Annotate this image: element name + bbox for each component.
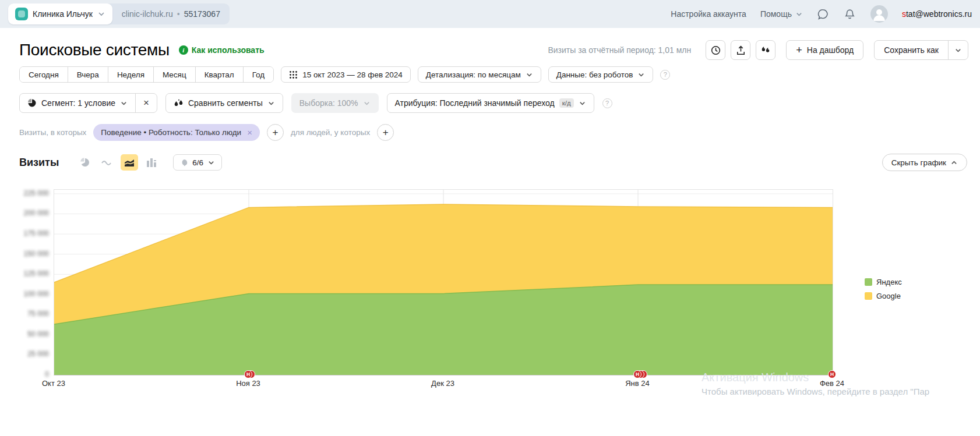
x-axis-label: Окт 23 [33,379,74,388]
note-marker[interactable]: Н [828,370,836,378]
period-tabs: Сегодня Вчера Неделя Месяц Квартал Год [19,66,274,83]
add-to-dashboard-button[interactable]: + На дашборд [786,40,863,60]
chevron-down-icon [637,71,645,79]
pie-segment-icon [27,98,37,108]
y-axis: 225 000200 000175 000150 000125 000100 0… [12,189,49,377]
segment-combo: Сегмент: 1 условие × [19,93,157,113]
attribution-select[interactable]: Атрибуция: Последний значимый переход к/… [387,93,594,113]
account-settings-link[interactable]: Настройка аккаунта [671,9,746,19]
chevron-down-icon [120,100,128,107]
chevron-down-icon [363,100,371,107]
chart-type-stacked-area-button[interactable] [121,154,138,171]
period-tab-quarter[interactable]: Квартал [195,67,243,82]
filter-chips-row: Визиты, в которых Поведение • Роботность… [19,124,394,141]
y-axis-label: 0 [45,370,49,378]
chevron-down-icon [97,10,105,18]
chevron-down-icon [579,100,586,107]
bell-icon[interactable] [844,8,856,20]
chevron-down-icon [267,100,275,107]
columns-chart-icon [146,158,157,167]
segment-row: Сегмент: 1 условие × Сравнить сегменты В… [19,93,612,113]
chart-labels-select[interactable]: 6/6 [173,154,222,171]
sampling-select[interactable]: Выборка: 100% [291,93,379,113]
note-markers-layer: ННН [54,370,837,380]
quotes-button[interactable] [756,40,775,60]
segment-select[interactable]: Сегмент: 1 условие [20,94,135,112]
robots-filter-chip[interactable]: Поведение • Роботность: Только люди × [93,124,260,141]
counter-domain-link[interactable]: clinic-ilchuk.ru [122,9,173,19]
legend-item[interactable]: Google [865,292,902,300]
period-tab-year[interactable]: Год [243,67,274,82]
counter-logo-icon [15,8,28,20]
chat-icon[interactable] [817,8,830,20]
period-tab-today[interactable]: Сегодня [20,67,68,82]
y-axis-label: 200 000 [24,209,49,217]
detail-select[interactable]: Детализация: по месяцам [418,66,541,83]
compare-segments-select[interactable]: Сравнить сегменты [165,93,283,113]
note-marker[interactable]: Н [633,370,641,378]
period-tab-week[interactable]: Неделя [108,67,153,82]
separator-dot: • [177,9,180,19]
chevron-down-icon [526,71,533,79]
legend-item[interactable]: Яндекс [865,278,902,286]
counter-select[interactable]: Клиника Ильчук [8,3,112,24]
user-avatar[interactable] [870,5,888,23]
y-axis-label: 175 000 [24,229,49,238]
user-email[interactable]: stat@webtronics.ru [902,9,972,19]
legend-label: Google [876,292,901,300]
legend-swatch [865,292,872,300]
save-as-button[interactable]: Сохранить как [875,41,948,59]
x-axis-label: Янв 24 [617,379,658,388]
chart-type-line-button[interactable] [98,154,116,171]
x-axis-label: Дек 23 [422,379,463,388]
hide-chart-button[interactable]: Скрыть график [882,154,967,171]
help-menu[interactable]: Помощь [760,9,803,19]
period-tab-month[interactable]: Месяц [153,67,195,82]
history-button[interactable] [706,40,725,60]
calendar-grid-icon [289,70,298,79]
period-row: Сегодня Вчера Неделя Месяц Квартал Год 1… [19,66,670,83]
chart-header: Визиты 6/6 Скрыть график [19,153,967,172]
segment-clear-button[interactable]: × [135,94,157,112]
attribution-badge: к/д [559,98,574,108]
export-button[interactable] [731,40,750,60]
period-tab-yesterday[interactable]: Вчера [68,67,108,82]
drops-icon [174,99,184,108]
add-visit-condition-button[interactable]: + [267,124,284,141]
x-axis-label: Ноя 23 [228,379,269,388]
counter-name: Клиника Ильчук [33,9,93,19]
y-axis-label: 75 000 [27,310,49,318]
visits-area-chart[interactable] [54,189,833,375]
attribution-help-icon[interactable]: ? [602,98,612,108]
topbar: Клиника Ильчук clinic-ilchuk.ru • 551730… [0,0,980,28]
y-axis-label: 50 000 [27,330,49,338]
legend-label: Яндекс [876,278,902,286]
y-axis-label: 25 000 [27,350,49,358]
plus-icon: + [796,44,802,56]
info-icon: i [179,45,188,55]
chart-type-columns-button[interactable] [143,154,160,171]
speech-bubble-icon [180,159,188,166]
data-mode-select[interactable]: Данные: без роботов [548,66,654,83]
data-mode-help-icon[interactable]: ? [660,70,670,80]
how-to-use-link[interactable]: i Как использовать [179,45,265,55]
date-range-value: 15 окт 2023 — 28 фев 2024 [302,70,403,79]
close-icon: × [143,97,149,109]
y-axis-label: 225 000 [24,189,49,197]
chart-title: Визиты [19,157,59,169]
chevron-down-icon [207,159,215,166]
page-title: Поисковые системы [19,41,170,59]
chart-legend: ЯндексGoogle [865,278,902,300]
people-filter-label: для людей, у которых [291,128,370,137]
date-range-button[interactable]: 15 окт 2023 — 28 фев 2024 [281,66,411,83]
report-header: Поисковые системы i Как использовать Виз… [19,38,968,62]
note-marker[interactable]: Н [244,370,252,378]
labels-count: 6/6 [192,158,203,167]
add-people-condition-button[interactable]: + [377,124,394,141]
x-axis: Окт 23Ноя 23Дек 23Янв 24Фев 24 [54,379,833,389]
save-as-dropdown-button[interactable] [948,41,968,59]
chart-type-pie-button[interactable] [76,154,94,171]
chip-remove-icon[interactable]: × [247,127,252,137]
legend-swatch [865,278,872,286]
chevron-down-icon [795,10,803,18]
